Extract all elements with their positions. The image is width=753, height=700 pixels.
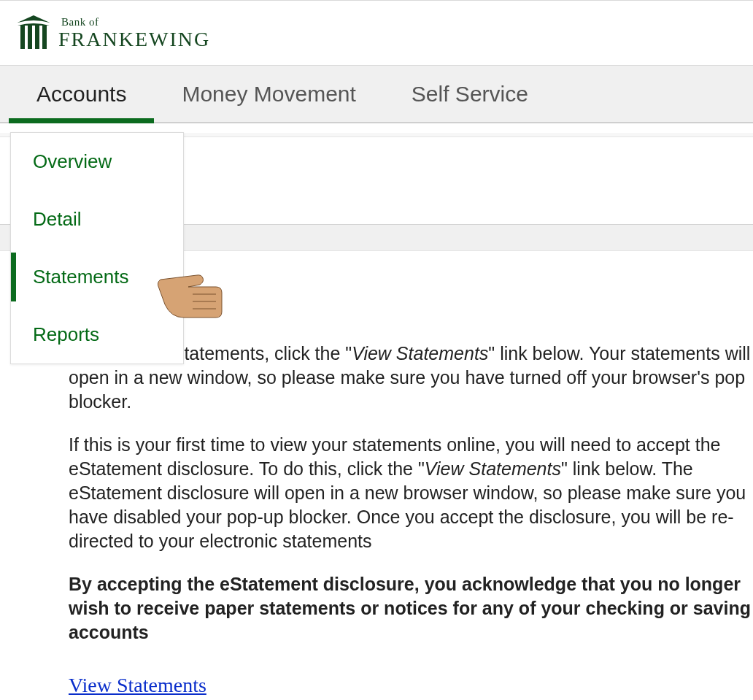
dropdown-label: Overview [33,150,112,172]
dropdown-label: Statements [33,266,129,288]
nav-label: Money Movement [182,82,355,107]
nav-label: Self Service [412,82,528,107]
brand-logo[interactable]: Bank of FRANKEWING [16,14,210,52]
brand-text: Bank of FRANKEWING [58,17,210,50]
nav-accounts[interactable]: Accounts [9,66,154,122]
svg-rect-2 [35,26,39,49]
brand-line1: Bank of [61,17,210,28]
accounts-dropdown: Overview Detail Statements Reports [10,132,184,364]
main-nav: Accounts Money Movement Self Service [0,65,753,123]
nav-label: Accounts [36,82,126,107]
dropdown-item-detail[interactable]: Detail [11,191,183,248]
svg-rect-3 [42,26,47,49]
pointing-hand-icon [155,256,245,320]
svg-rect-1 [28,26,32,49]
p1-italic: View Statements [352,343,488,364]
logo-bar: Bank of FRANKEWING [0,1,753,65]
view-statements-link[interactable]: View Statements [69,674,206,697]
svg-rect-0 [20,26,25,49]
brand-line2: FRANKEWING [58,29,210,50]
dropdown-item-overview[interactable]: Overview [11,133,183,191]
nav-self-service[interactable]: Self Service [384,66,556,122]
dropdown-label: Reports [33,323,99,345]
paragraph-3: By accepting the eStatement disclosure, … [69,572,753,645]
paragraph-2: If this is your first time to view your … [69,433,753,553]
dropdown-label: Detail [33,208,81,230]
p2-italic: View Statements [425,458,561,479]
body-text: To view your statements, click the "View… [69,342,753,645]
pillar-icon [16,14,51,52]
nav-money-movement[interactable]: Money Movement [154,66,383,122]
